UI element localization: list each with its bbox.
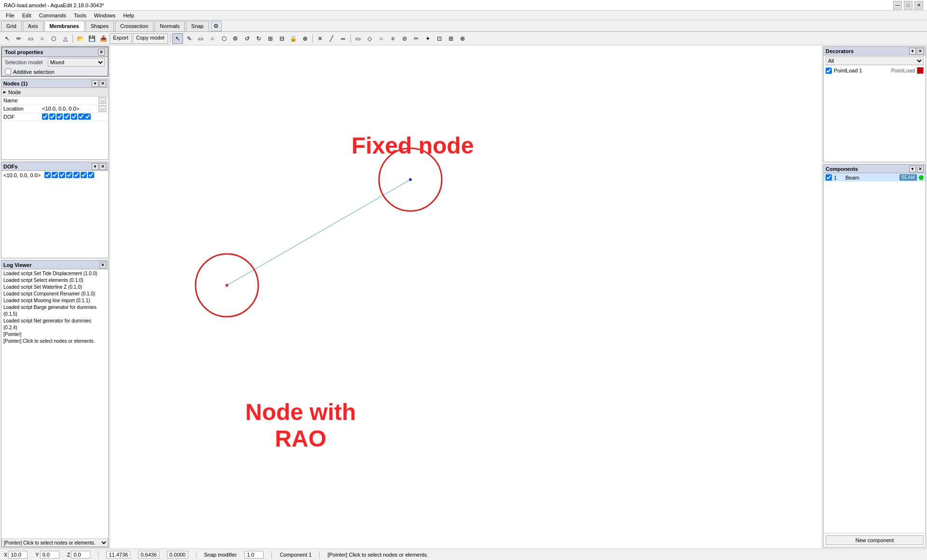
y-label: Y xyxy=(35,552,39,558)
maximize-button[interactable]: □ xyxy=(904,1,913,10)
coord1-value: 11.4736 xyxy=(106,551,130,559)
components-panel-close[interactable]: ✕ xyxy=(917,166,924,172)
tool-d[interactable]: ✦ xyxy=(422,33,433,44)
nodes-name-btn[interactable]: … xyxy=(98,97,106,104)
nodes-name-label: Name xyxy=(3,98,42,103)
draw-tool-button[interactable]: ✏ xyxy=(14,33,24,44)
redo-button[interactable]: ↻ xyxy=(253,33,264,44)
dofs-cb-4[interactable] xyxy=(66,172,72,178)
tool-a[interactable]: ≡ xyxy=(388,33,398,44)
dof-1[interactable] xyxy=(42,113,48,120)
nodes-panel-close[interactable]: ✕ xyxy=(99,80,106,87)
comp-item-name: Beam xyxy=(845,175,898,181)
decorators-panel-close[interactable]: ✕ xyxy=(917,48,924,55)
menu-tools[interactable]: Tools xyxy=(70,12,90,19)
open-button[interactable]: 📂 xyxy=(75,33,85,44)
undo-button[interactable]: ↺ xyxy=(242,33,253,44)
import-button[interactable]: 📥 xyxy=(98,33,109,44)
select-tool-button[interactable]: ↖ xyxy=(2,33,13,44)
tab-crossection[interactable]: Crossection xyxy=(115,21,154,31)
dof-5[interactable] xyxy=(71,113,77,120)
circle-select-button[interactable]: ○ xyxy=(37,33,47,44)
rect-shape-button[interactable]: ▭ xyxy=(353,33,364,44)
dofs-cb-3[interactable] xyxy=(59,172,65,178)
pencil-tool-button[interactable]: ✎ xyxy=(184,33,195,44)
nodes-panel-collapse[interactable]: ▼ xyxy=(92,80,98,87)
dec-filter-select[interactable]: All xyxy=(826,56,924,65)
tool-f[interactable]: ⊞ xyxy=(446,33,456,44)
canvas-area[interactable]: Fixed node Node with RAO xyxy=(110,45,822,548)
dof-2[interactable] xyxy=(49,113,56,120)
dofs-panel-close[interactable]: ✕ xyxy=(99,163,106,170)
tool-c[interactable]: ✂ xyxy=(411,33,421,44)
lock-button[interactable]: 🔒 xyxy=(288,33,299,44)
comp-item-num: 1 xyxy=(834,175,843,181)
nodes-location-btn[interactable]: … xyxy=(98,105,106,112)
dofs-panel-collapse[interactable]: ▼ xyxy=(92,163,98,170)
hline-button[interactable]: ═ xyxy=(338,33,349,44)
selection-model-label: Selection model xyxy=(5,59,48,65)
tab-shapes[interactable]: Shapes xyxy=(85,21,114,31)
dofs-cb-all[interactable] xyxy=(88,172,94,178)
components-panel-header: Components ▼ ✕ xyxy=(824,165,926,173)
tab-grid[interactable]: Grid xyxy=(1,21,22,31)
polygon-button[interactable]: △ xyxy=(60,33,70,44)
log-viewer-panel: Log Viewer ✕ Loaded script Set Tide Disp… xyxy=(1,260,109,547)
menu-help[interactable]: Help xyxy=(119,12,138,19)
hex-tool-button[interactable]: ⬡ xyxy=(219,33,229,44)
additive-selection-checkbox[interactable] xyxy=(5,69,11,75)
log-line-4: Loaded script Component Renamer (0.1.0) xyxy=(3,291,106,297)
tool-g[interactable]: ⊕ xyxy=(457,33,468,44)
grid-button2[interactable]: ⊟ xyxy=(277,33,287,44)
selection-model-select[interactable]: Mixed Nodes Elements xyxy=(48,58,105,67)
export-button[interactable]: Export xyxy=(110,33,132,44)
new-component-button[interactable]: New component xyxy=(826,535,924,545)
rect-tool-button[interactable]: ▭ xyxy=(196,33,206,44)
minimize-button[interactable]: — xyxy=(893,1,902,10)
tab-axis[interactable]: Axis xyxy=(23,21,43,31)
dec-item-checkbox[interactable] xyxy=(826,68,832,74)
copy-model-button[interactable]: Copy model xyxy=(133,33,168,44)
save-button[interactable]: 💾 xyxy=(86,33,97,44)
grid-view-button[interactable]: ⊞ xyxy=(265,33,276,44)
lasso-button[interactable]: ⬡ xyxy=(48,33,59,44)
dof-6[interactable] xyxy=(78,113,84,120)
tab-normals[interactable]: Normals xyxy=(154,21,185,31)
log-viewer-close[interactable]: ✕ xyxy=(99,262,106,268)
window-controls: — □ ✕ xyxy=(893,1,923,10)
comp-item-checkbox[interactable] xyxy=(826,174,832,181)
log-line-6: Loaded script Barge generator for dummie… xyxy=(3,304,106,318)
split-button[interactable]: ⊕ xyxy=(300,33,310,44)
status-bar: X 10.0 Y 0.0 Z 0.0 11.4736 0.6436 0.0000… xyxy=(0,548,927,560)
menu-edit[interactable]: Edit xyxy=(18,12,35,19)
cross-button[interactable]: ✕ xyxy=(315,33,325,44)
decorators-panel-collapse[interactable]: ▼ xyxy=(909,48,916,55)
dof-4[interactable] xyxy=(64,113,70,120)
snap-settings-button[interactable]: ⚙ xyxy=(211,21,222,31)
circle-button2[interactable]: ○ xyxy=(376,33,387,44)
tool-b[interactable]: ⊘ xyxy=(399,33,410,44)
menu-file[interactable]: File xyxy=(2,12,18,19)
menu-windows[interactable]: Windows xyxy=(90,12,120,19)
gear-tool-button[interactable]: ⚙ xyxy=(230,33,241,44)
tool-properties-close[interactable]: ✕ xyxy=(98,49,105,56)
z-label: Z xyxy=(67,552,70,558)
components-panel-collapse[interactable]: ▼ xyxy=(909,166,916,172)
dofs-cb-2[interactable] xyxy=(52,172,58,178)
dof-all[interactable] xyxy=(84,113,91,120)
dofs-cb-1[interactable] xyxy=(44,172,51,178)
tool-e[interactable]: ⊡ xyxy=(434,33,445,44)
log-dropdown[interactable]: [Pointer] Click to select nodes or eleme… xyxy=(1,538,108,547)
close-button[interactable]: ✕ xyxy=(914,1,923,10)
tab-membranes[interactable]: Membranes xyxy=(44,21,84,31)
diamond-button[interactable]: ◇ xyxy=(365,33,375,44)
rect-select-button[interactable]: ▭ xyxy=(25,33,36,44)
menu-commands[interactable]: Commands xyxy=(35,12,70,19)
dofs-cb-6[interactable] xyxy=(81,172,87,178)
dof-3[interactable] xyxy=(56,113,63,120)
dofs-cb-5[interactable] xyxy=(73,172,80,178)
ellipse-tool-button[interactable]: ○ xyxy=(207,33,218,44)
line-button[interactable]: ╱ xyxy=(326,33,337,44)
tab-snap[interactable]: Snap xyxy=(186,21,209,31)
pointer-tool-button[interactable]: ↖ xyxy=(172,33,183,44)
